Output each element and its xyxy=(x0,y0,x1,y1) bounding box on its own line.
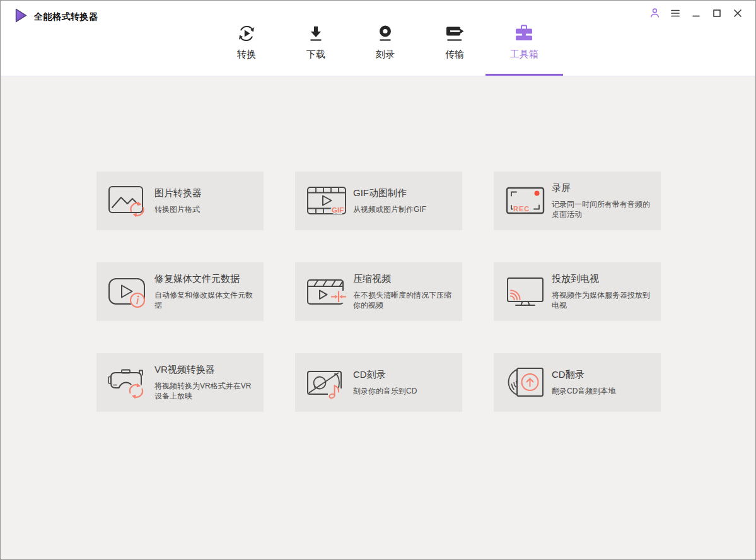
tool-card-subtitle: 从视频或图片制作GIF xyxy=(353,204,457,214)
tab-label: 下载 xyxy=(306,49,325,61)
cd-burner-icon xyxy=(306,365,347,401)
tool-card-fix-metadata[interactable]: 修复媒体文件元数据自动修复和修改媒体文件元数据 xyxy=(96,262,264,321)
play-triangle-logo-icon xyxy=(15,8,27,25)
account-button[interactable] xyxy=(648,8,661,20)
tool-card-cd-ripper[interactable]: CD翻录翻录CD音频到本地 xyxy=(494,353,661,412)
svg-text:GIF: GIF xyxy=(332,206,344,214)
burn-icon xyxy=(376,23,395,44)
tool-card-subtitle: 翻录CD音频到本地 xyxy=(552,386,655,396)
tab-label: 传输 xyxy=(445,49,464,61)
tool-card-text: CD翻录翻录CD音频到本地 xyxy=(552,369,655,396)
tool-card-subtitle: 将视频作为媒体服务器投放到电视 xyxy=(552,290,655,310)
close-icon xyxy=(733,9,742,20)
tool-card-title: 录屏 xyxy=(552,182,655,194)
tool-card-title: GIF动图制作 xyxy=(353,187,457,199)
tool-card-text: 图片转换器转换图片格式 xyxy=(154,187,258,214)
screen-recorder-icon: REC xyxy=(505,183,545,219)
tool-card-screen-recorder[interactable]: REC 录屏记录同一时间所有带有音频的桌面活动 xyxy=(494,172,661,230)
transfer-icon xyxy=(445,23,465,44)
tool-card-text: VR视频转换器将视频转换为VR格式并在VR设备上放映 xyxy=(154,364,258,401)
main-nav-tabs: 转换 下载 刻录 传输 工具箱 xyxy=(221,23,549,61)
vr-converter-icon xyxy=(108,365,148,401)
close-button[interactable] xyxy=(731,8,744,20)
minimize-icon xyxy=(692,9,701,20)
compress-video-icon xyxy=(306,274,347,310)
tool-card-vr-converter[interactable]: VR视频转换器将视频转换为VR格式并在VR设备上放映 xyxy=(96,353,264,412)
tab-label: 刻录 xyxy=(376,49,395,61)
tool-card-title: 投放到电视 xyxy=(552,273,655,285)
fix-metadata-icon xyxy=(108,274,148,310)
tab-label: 工具箱 xyxy=(510,49,538,61)
tool-card-title: VR视频转换器 xyxy=(154,364,258,376)
app-window: 全能格式转换器 转换 下载 刻录 传输 工具箱 xyxy=(0,0,756,560)
tab-download[interactable]: 下载 xyxy=(291,23,341,61)
svg-text:REC: REC xyxy=(513,204,530,212)
tab-toolbox[interactable]: 工具箱 xyxy=(499,23,549,61)
tool-card-subtitle: 自动修复和修改媒体文件元数据 xyxy=(154,290,258,310)
convert-icon xyxy=(237,23,256,44)
tab-convert[interactable]: 转换 xyxy=(221,23,272,61)
tool-card-subtitle: 刻录你的音乐到CD xyxy=(353,386,457,396)
image-converter-icon xyxy=(108,183,148,219)
tool-card-gif-maker[interactable]: GIF GIF动图制作从视频或图片制作GIF xyxy=(295,172,462,230)
tool-card-subtitle: 将视频转换为VR格式并在VR设备上放映 xyxy=(154,381,258,401)
maximize-button[interactable] xyxy=(711,8,723,20)
tool-card-compress-video[interactable]: 压缩视频在不损失清晰度的情况下压缩你的视频 xyxy=(295,262,462,321)
tool-card-text: 修复媒体文件元数据自动修复和修改媒体文件元数据 xyxy=(154,273,258,310)
tool-card-subtitle: 转换图片格式 xyxy=(154,204,258,214)
gif-maker-icon: GIF xyxy=(306,183,347,219)
minimize-button[interactable] xyxy=(690,8,702,20)
header: 全能格式转换器 转换 下载 刻录 传输 工具箱 xyxy=(1,1,755,76)
tool-card-title: 压缩视频 xyxy=(353,273,457,285)
tool-card-subtitle: 记录同一时间所有带有音频的桌面活动 xyxy=(552,199,655,219)
tool-card-title: CD刻录 xyxy=(353,369,457,381)
tab-transfer[interactable]: 传输 xyxy=(429,23,480,61)
tool-card-subtitle: 在不损失清晰度的情况下压缩你的视频 xyxy=(353,290,457,310)
tab-burn[interactable]: 刻录 xyxy=(360,23,410,61)
toolbox-icon xyxy=(515,23,533,44)
active-tab-indicator xyxy=(486,74,563,76)
tool-card-title: CD翻录 xyxy=(552,369,655,381)
tool-card-text: GIF动图制作从视频或图片制作GIF xyxy=(353,187,457,214)
tool-card-cd-burner[interactable]: CD刻录刻录你的音乐到CD xyxy=(295,353,462,412)
cd-ripper-icon xyxy=(505,365,545,401)
download-icon xyxy=(306,23,325,44)
maximize-icon xyxy=(712,9,721,20)
tool-card-title: 修复媒体文件元数据 xyxy=(154,273,258,285)
window-controls xyxy=(648,8,744,20)
tool-card-title: 图片转换器 xyxy=(154,187,258,199)
tool-card-text: 投放到电视将视频作为媒体服务器投放到电视 xyxy=(552,273,655,310)
titlebar: 全能格式转换器 xyxy=(15,8,98,25)
tool-card-text: 录屏记录同一时间所有带有音频的桌面活动 xyxy=(552,182,655,219)
toolbox-grid: 图片转换器转换图片格式 GIF GIF动图制作从视频或图片制作GIF REC 录… xyxy=(96,172,661,412)
menu-button[interactable] xyxy=(669,8,682,20)
tool-card-text: CD刻录刻录你的音乐到CD xyxy=(353,369,457,396)
menu-icon xyxy=(670,8,680,20)
cast-to-tv-icon xyxy=(505,274,545,310)
tool-card-image-converter[interactable]: 图片转换器转换图片格式 xyxy=(96,172,264,230)
tab-label: 转换 xyxy=(237,49,256,61)
tool-card-text: 压缩视频在不损失清晰度的情况下压缩你的视频 xyxy=(353,273,457,310)
app-title: 全能格式转换器 xyxy=(34,11,98,23)
user-icon xyxy=(649,8,660,20)
tool-card-cast-to-tv[interactable]: 投放到电视将视频作为媒体服务器投放到电视 xyxy=(494,262,661,321)
